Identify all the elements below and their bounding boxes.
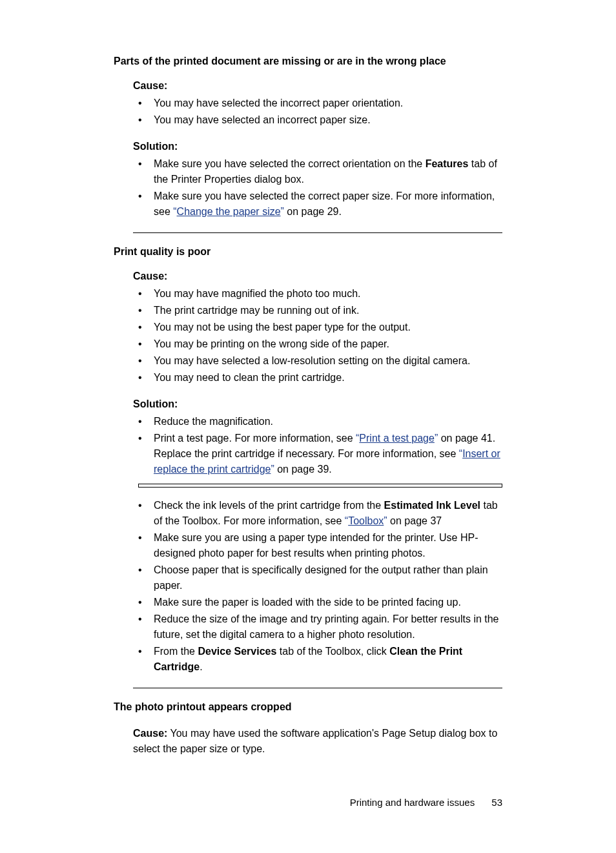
separator-box bbox=[138, 484, 502, 488]
list-item: Reduce the magnification. bbox=[154, 414, 502, 429]
footer-text: Printing and hardware issues bbox=[350, 797, 475, 808]
solution-label: Solution: bbox=[133, 398, 502, 410]
list-item: Make sure you have selected the correct … bbox=[154, 156, 502, 187]
bold-text: Estimated Ink Level bbox=[384, 500, 480, 511]
list-item: You may be printing on the wrong side of… bbox=[154, 336, 502, 352]
solution-list: Check the ink levels of the print cartri… bbox=[133, 498, 502, 675]
text: Make sure you have selected the correct … bbox=[154, 158, 426, 169]
list-item: You may have selected the incorrect pape… bbox=[154, 96, 502, 111]
solution-label: Solution: bbox=[133, 141, 502, 152]
text: on page 39. bbox=[274, 464, 332, 475]
list-item: Choose paper that is specifically design… bbox=[154, 562, 502, 593]
section-title: Print quality is poor bbox=[114, 246, 502, 258]
solution-block: Solution: Reduce the magnification. Prin… bbox=[114, 398, 502, 477]
cause-list: You may have magnified the photo too muc… bbox=[133, 286, 502, 385]
cause-block: Cause: You may have magnified the photo … bbox=[114, 271, 502, 385]
section-title: The photo printout appears cropped bbox=[114, 701, 502, 713]
cause-inline: Cause: You may have used the software ap… bbox=[114, 726, 502, 757]
text: . bbox=[200, 661, 202, 672]
cause-label: Cause: bbox=[133, 728, 167, 739]
list-item: Make sure you have selected the correct … bbox=[154, 189, 502, 220]
list-item: You may have selected an incorrect paper… bbox=[154, 112, 502, 128]
list-item: Print a test page. For more information,… bbox=[154, 431, 502, 477]
section-print-quality: Print quality is poor Cause: You may hav… bbox=[114, 246, 502, 675]
bold-text: Features bbox=[426, 158, 469, 169]
cause-label: Cause: bbox=[133, 271, 502, 282]
page-number: 53 bbox=[491, 797, 502, 808]
list-item: From the Device Services tab of the Tool… bbox=[154, 644, 502, 675]
list-item: You may not be using the best paper type… bbox=[154, 320, 502, 335]
text: Check the ink levels of the print cartri… bbox=[154, 500, 384, 511]
solution-list: Reduce the magnification. Print a test p… bbox=[133, 414, 502, 477]
list-item: You may need to clean the print cartridg… bbox=[154, 370, 502, 385]
page-footer: Printing and hardware issues 53 bbox=[350, 797, 502, 808]
list-item: Make sure you are using a paper type int… bbox=[154, 530, 502, 561]
list-item: You may have magnified the photo too muc… bbox=[154, 286, 502, 302]
divider bbox=[133, 688, 502, 688]
text: Print a test page. For more information,… bbox=[154, 433, 356, 444]
list-item: Reduce the size of the image and try pri… bbox=[154, 611, 502, 642]
cause-block: Cause: You may have selected the incorre… bbox=[114, 80, 502, 128]
text: From the bbox=[154, 646, 198, 657]
list-item: Check the ink levels of the print cartri… bbox=[154, 498, 502, 529]
text: on page 29. bbox=[284, 206, 342, 217]
link-toolbox[interactable]: Toolbox bbox=[348, 515, 384, 526]
solution-block: Solution: Make sure you have selected th… bbox=[114, 141, 502, 220]
solution-block-continued: Check the ink levels of the print cartri… bbox=[114, 498, 502, 675]
text: tab of the Toolbox, click bbox=[276, 646, 389, 657]
divider bbox=[133, 232, 502, 233]
section-missing-parts: Parts of the printed document are missin… bbox=[114, 56, 502, 220]
text: on page 37 bbox=[387, 515, 442, 526]
bold-text: Device Services bbox=[198, 646, 276, 657]
list-item: The print cartridge may be running out o… bbox=[154, 303, 502, 318]
link-print-test-page[interactable]: Print a test page bbox=[359, 433, 435, 444]
cause-label: Cause: bbox=[133, 80, 502, 92]
solution-list: Make sure you have selected the correct … bbox=[133, 156, 502, 220]
section-cropped: The photo printout appears cropped Cause… bbox=[114, 701, 502, 757]
list-item: Make sure the paper is loaded with the s… bbox=[154, 595, 502, 610]
cause-list: You may have selected the incorrect pape… bbox=[133, 96, 502, 128]
link-change-paper-size[interactable]: Change the paper size bbox=[177, 206, 281, 217]
section-title: Parts of the printed document are missin… bbox=[114, 56, 502, 67]
text: You may have used the software applicati… bbox=[133, 728, 497, 754]
list-item: You may have selected a low-resolution s… bbox=[154, 353, 502, 369]
